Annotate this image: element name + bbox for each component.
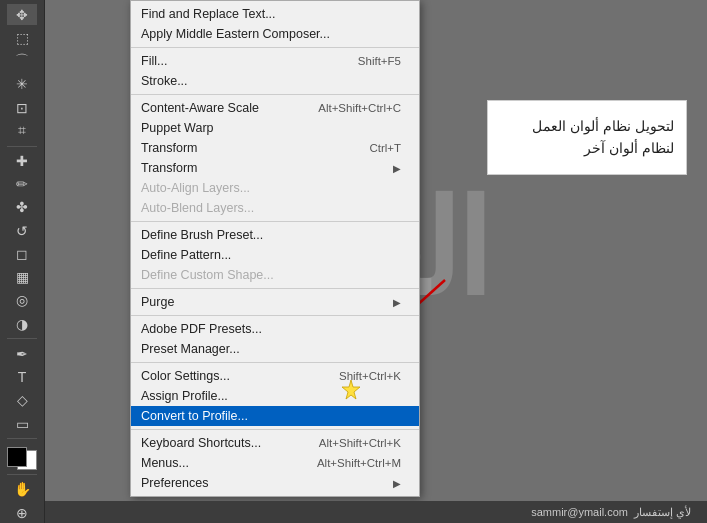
menu-item-define-pattern[interactable]: Define Pattern... bbox=[131, 245, 419, 265]
menu-separator-5 bbox=[131, 315, 419, 316]
menu-item-menus[interactable]: Menus... Alt+Shift+Ctrl+M bbox=[131, 453, 419, 473]
type-tool[interactable]: T bbox=[7, 366, 37, 387]
menu-label: Menus... bbox=[141, 456, 189, 470]
marquee-tool[interactable]: ⬚ bbox=[7, 27, 37, 48]
menu-label: Transform bbox=[141, 141, 198, 155]
tooltip-text: لتحويل نظام ألوان العمل لنظام ألوان آخر bbox=[532, 118, 674, 156]
healing-tool[interactable]: ✚ bbox=[7, 150, 37, 171]
menu-separator-7 bbox=[131, 429, 419, 430]
menu-shortcut: Alt+Shift+Ctrl+M bbox=[317, 457, 401, 469]
menu-item-define-custom: Define Custom Shape... bbox=[131, 265, 419, 285]
status-label: لأي إستفسار bbox=[634, 506, 691, 519]
shape-tool[interactable]: ▭ bbox=[7, 413, 37, 434]
brush-tool[interactable]: ✏ bbox=[7, 174, 37, 195]
menu-label: Transform bbox=[141, 161, 198, 175]
tooltip-box: لتحويل نظام ألوان العمل لنظام ألوان آخر bbox=[487, 100, 687, 175]
main-area: العيد لتحويل نظام ألوان العمل لنظام ألوا… bbox=[45, 0, 707, 523]
menu-item-content-aware[interactable]: Content-Aware Scale Alt+Shift+Ctrl+C bbox=[131, 98, 419, 118]
menu-label: Find and Replace Text... bbox=[141, 7, 276, 21]
menu-item-preferences[interactable]: Preferences ▶ bbox=[131, 473, 419, 493]
menu-item-define-brush[interactable]: Define Brush Preset... bbox=[131, 225, 419, 245]
menu-item-auto-blend: Auto-Blend Layers... bbox=[131, 198, 419, 218]
menu-item-transform[interactable]: Transform ▶ bbox=[131, 158, 419, 178]
menu-item-adobe-pdf[interactable]: Adobe PDF Presets... bbox=[131, 319, 419, 339]
menu-shortcut: Shift+Ctrl+K bbox=[339, 370, 401, 382]
menu-label: Preset Manager... bbox=[141, 342, 240, 356]
lasso-tool[interactable]: ⌒ bbox=[7, 51, 37, 72]
menu-label: Purge bbox=[141, 295, 174, 309]
menu-separator-2 bbox=[131, 94, 419, 95]
dropdown-menu: Find and Replace Text... Apply Middle Ea… bbox=[130, 0, 420, 497]
menu-label: Define Custom Shape... bbox=[141, 268, 274, 282]
menu-label: Preferences bbox=[141, 476, 208, 490]
menu-item-color-settings[interactable]: Color Settings... Shift+Ctrl+K bbox=[131, 366, 419, 386]
blur-tool[interactable]: ◎ bbox=[7, 290, 37, 311]
foreground-color[interactable] bbox=[7, 447, 27, 467]
eyedropper-tool[interactable]: ⌗ bbox=[7, 120, 37, 141]
tool-separator-3 bbox=[7, 438, 37, 439]
menu-item-puppet-warp[interactable]: Puppet Warp bbox=[131, 118, 419, 138]
zoom-tool[interactable]: ⊕ bbox=[7, 502, 37, 523]
menu-label: Stroke... bbox=[141, 74, 188, 88]
menu-item-convert-to-profile[interactable]: Convert to Profile... bbox=[131, 406, 419, 426]
eraser-tool[interactable]: ◻ bbox=[7, 243, 37, 264]
menu-label: Fill... bbox=[141, 54, 167, 68]
menu-label: Keyboard Shortcuts... bbox=[141, 436, 261, 450]
magic-wand-tool[interactable]: ✳ bbox=[7, 74, 37, 95]
menu-label: Puppet Warp bbox=[141, 121, 214, 135]
hand-tool[interactable]: ✋ bbox=[7, 479, 37, 500]
color-selector[interactable] bbox=[7, 447, 37, 470]
menu-item-stroke[interactable]: Stroke... bbox=[131, 71, 419, 91]
pen-tool[interactable]: ✒ bbox=[7, 343, 37, 364]
menu-label: Assign Profile... bbox=[141, 389, 228, 403]
submenu-arrow: ▶ bbox=[393, 478, 401, 489]
menu-separator-4 bbox=[131, 288, 419, 289]
menu-item-apply-me[interactable]: Apply Middle Eastern Composer... bbox=[131, 24, 419, 44]
menu-item-fill[interactable]: Fill... Shift+F5 bbox=[131, 51, 419, 71]
gradient-tool[interactable]: ▦ bbox=[7, 267, 37, 288]
menu-label: Auto-Align Layers... bbox=[141, 181, 250, 195]
menu-item-purge[interactable]: Purge ▶ bbox=[131, 292, 419, 312]
status-email: sammir@ymail.com bbox=[531, 506, 628, 518]
menu-item-assign-profile[interactable]: Assign Profile... bbox=[131, 386, 419, 406]
tool-separator-4 bbox=[7, 474, 37, 475]
menu-item-find-replace[interactable]: Find and Replace Text... bbox=[131, 4, 419, 24]
menu-shortcut: Ctrl+T bbox=[369, 142, 401, 154]
menu-shortcut: Alt+Shift+Ctrl+C bbox=[318, 102, 401, 114]
submenu-arrow: ▶ bbox=[393, 297, 401, 308]
submenu-arrow: ▶ bbox=[393, 163, 401, 174]
history-tool[interactable]: ↺ bbox=[7, 220, 37, 241]
menu-label: Adobe PDF Presets... bbox=[141, 322, 262, 336]
tool-separator-2 bbox=[7, 338, 37, 339]
menu-shortcut: Alt+Shift+Ctrl+K bbox=[319, 437, 401, 449]
menu-label: Color Settings... bbox=[141, 369, 230, 383]
menu-label: Define Brush Preset... bbox=[141, 228, 263, 242]
menu-shortcut: Shift+F5 bbox=[358, 55, 401, 67]
crop-tool[interactable]: ⊡ bbox=[7, 97, 37, 118]
menu-label: Convert to Profile... bbox=[141, 409, 248, 423]
menu-item-preset-manager[interactable]: Preset Manager... bbox=[131, 339, 419, 359]
path-tool[interactable]: ◇ bbox=[7, 390, 37, 411]
dodge-tool[interactable]: ◑ bbox=[7, 313, 37, 334]
move-tool[interactable]: ✥ bbox=[7, 4, 37, 25]
menu-label: Auto-Blend Layers... bbox=[141, 201, 254, 215]
menu-label: Content-Aware Scale bbox=[141, 101, 259, 115]
menu-separator-3 bbox=[131, 221, 419, 222]
menu-separator-6 bbox=[131, 362, 419, 363]
menu-item-free-transform[interactable]: Transform Ctrl+T bbox=[131, 138, 419, 158]
clone-tool[interactable]: ✤ bbox=[7, 197, 37, 218]
tool-separator-1 bbox=[7, 146, 37, 147]
menu-label: Define Pattern... bbox=[141, 248, 231, 262]
menu-item-auto-align: Auto-Align Layers... bbox=[131, 178, 419, 198]
status-bar: sammir@ymail.com لأي إستفسار bbox=[45, 501, 707, 523]
menu-separator-1 bbox=[131, 47, 419, 48]
menu-label: Apply Middle Eastern Composer... bbox=[141, 27, 330, 41]
menu-item-keyboard-shortcuts[interactable]: Keyboard Shortcuts... Alt+Shift+Ctrl+K bbox=[131, 433, 419, 453]
toolbar-left: ✥ ⬚ ⌒ ✳ ⊡ ⌗ ✚ ✏ ✤ ↺ ◻ ▦ ◎ ◑ ✒ T ◇ ▭ ✋ ⊕ bbox=[0, 0, 45, 523]
